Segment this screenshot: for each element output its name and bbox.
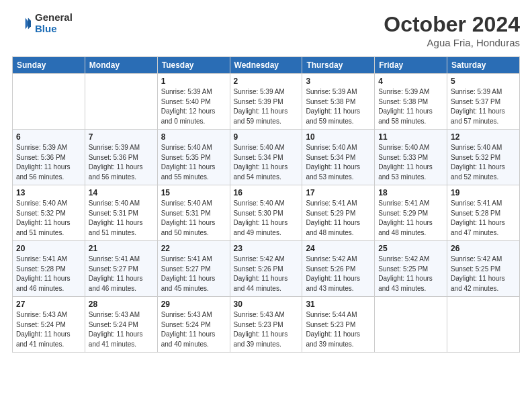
logo-text: General Blue <box>35 12 73 34</box>
calendar-header-row: Sunday Monday Tuesday Wednesday Thursday… <box>13 57 520 74</box>
table-row: 13Sunrise: 5:40 AM Sunset: 5:32 PM Dayli… <box>13 185 85 241</box>
day-info: Sunrise: 5:39 AM Sunset: 5:40 PM Dayligh… <box>161 87 226 126</box>
table-row: 18Sunrise: 5:41 AM Sunset: 5:29 PM Dayli… <box>375 185 447 241</box>
table-row <box>85 74 157 130</box>
col-monday: Monday <box>85 57 157 74</box>
day-number: 24 <box>306 244 371 253</box>
table-row: 21Sunrise: 5:41 AM Sunset: 5:27 PM Dayli… <box>85 241 157 297</box>
day-number: 27 <box>16 300 81 309</box>
day-number: 19 <box>451 188 516 197</box>
day-info: Sunrise: 5:40 AM Sunset: 5:32 PM Dayligh… <box>451 143 516 182</box>
day-number: 8 <box>161 132 226 142</box>
day-info: Sunrise: 5:42 AM Sunset: 5:25 PM Dayligh… <box>378 255 443 293</box>
day-info: Sunrise: 5:40 AM Sunset: 5:35 PM Dayligh… <box>161 143 226 182</box>
table-row: 27Sunrise: 5:43 AM Sunset: 5:24 PM Dayli… <box>13 297 85 353</box>
table-row: 11Sunrise: 5:40 AM Sunset: 5:33 PM Dayli… <box>375 130 447 185</box>
day-info: Sunrise: 5:41 AM Sunset: 5:27 PM Dayligh… <box>161 255 226 293</box>
table-row <box>13 74 85 130</box>
day-number: 14 <box>89 188 154 197</box>
day-number: 17 <box>306 188 371 197</box>
table-row: 15Sunrise: 5:40 AM Sunset: 5:31 PM Dayli… <box>157 185 230 241</box>
day-info: Sunrise: 5:42 AM Sunset: 5:25 PM Dayligh… <box>451 255 516 293</box>
day-info: Sunrise: 5:42 AM Sunset: 5:26 PM Dayligh… <box>306 255 371 293</box>
day-number: 2 <box>234 77 299 86</box>
day-number: 29 <box>161 300 226 309</box>
calendar: Sunday Monday Tuesday Wednesday Thursday… <box>12 56 520 353</box>
table-row: 3Sunrise: 5:39 AM Sunset: 5:38 PM Daylig… <box>302 74 375 130</box>
header: General Blue October 2024 Agua Fria, Hon… <box>12 12 520 48</box>
table-row: 5Sunrise: 5:39 AM Sunset: 5:37 PM Daylig… <box>447 74 520 130</box>
col-thursday: Thursday <box>302 57 375 74</box>
table-row <box>447 297 520 353</box>
title-area: October 2024 Agua Fria, Honduras <box>384 12 520 48</box>
day-info: Sunrise: 5:40 AM Sunset: 5:34 PM Dayligh… <box>234 143 299 182</box>
day-number: 31 <box>306 300 371 309</box>
table-row: 28Sunrise: 5:43 AM Sunset: 5:24 PM Dayli… <box>85 297 157 353</box>
day-info: Sunrise: 5:41 AM Sunset: 5:28 PM Dayligh… <box>451 199 516 238</box>
day-info: Sunrise: 5:43 AM Sunset: 5:24 PM Dayligh… <box>89 310 154 349</box>
table-row: 1Sunrise: 5:39 AM Sunset: 5:40 PM Daylig… <box>157 74 230 130</box>
day-info: Sunrise: 5:41 AM Sunset: 5:29 PM Dayligh… <box>306 199 371 238</box>
day-number: 1 <box>161 77 226 86</box>
logo: General Blue <box>12 12 73 34</box>
calendar-week-row: 13Sunrise: 5:40 AM Sunset: 5:32 PM Dayli… <box>13 185 520 241</box>
table-row: 30Sunrise: 5:43 AM Sunset: 5:23 PM Dayli… <box>230 297 302 353</box>
page: General Blue October 2024 Agua Fria, Hon… <box>0 0 532 411</box>
table-row: 17Sunrise: 5:41 AM Sunset: 5:29 PM Dayli… <box>302 185 375 241</box>
day-number: 3 <box>306 77 371 86</box>
day-number: 12 <box>451 132 516 142</box>
day-number: 23 <box>234 244 299 253</box>
day-number: 15 <box>161 188 226 197</box>
col-friday: Friday <box>375 57 447 74</box>
day-number: 7 <box>89 132 154 142</box>
day-number: 30 <box>234 300 299 309</box>
table-row <box>375 297 447 353</box>
logo-icon <box>12 14 31 33</box>
day-info: Sunrise: 5:39 AM Sunset: 5:38 PM Dayligh… <box>378 87 443 126</box>
day-number: 16 <box>234 188 299 197</box>
day-info: Sunrise: 5:41 AM Sunset: 5:27 PM Dayligh… <box>89 255 154 293</box>
day-info: Sunrise: 5:43 AM Sunset: 5:23 PM Dayligh… <box>234 310 299 349</box>
table-row: 19Sunrise: 5:41 AM Sunset: 5:28 PM Dayli… <box>447 185 520 241</box>
table-row: 26Sunrise: 5:42 AM Sunset: 5:25 PM Dayli… <box>447 241 520 297</box>
table-row: 23Sunrise: 5:42 AM Sunset: 5:26 PM Dayli… <box>230 241 302 297</box>
table-row: 2Sunrise: 5:39 AM Sunset: 5:39 PM Daylig… <box>230 74 302 130</box>
month-title: October 2024 <box>384 12 520 37</box>
day-number: 13 <box>16 188 81 197</box>
day-info: Sunrise: 5:40 AM Sunset: 5:33 PM Dayligh… <box>378 143 443 182</box>
day-number: 4 <box>378 77 443 86</box>
day-info: Sunrise: 5:39 AM Sunset: 5:36 PM Dayligh… <box>89 143 154 182</box>
day-info: Sunrise: 5:44 AM Sunset: 5:23 PM Dayligh… <box>306 310 371 349</box>
day-number: 11 <box>378 132 443 142</box>
table-row: 25Sunrise: 5:42 AM Sunset: 5:25 PM Dayli… <box>375 241 447 297</box>
table-row: 22Sunrise: 5:41 AM Sunset: 5:27 PM Dayli… <box>157 241 230 297</box>
table-row: 10Sunrise: 5:40 AM Sunset: 5:34 PM Dayli… <box>302 130 375 185</box>
table-row: 31Sunrise: 5:44 AM Sunset: 5:23 PM Dayli… <box>302 297 375 353</box>
day-info: Sunrise: 5:40 AM Sunset: 5:31 PM Dayligh… <box>89 199 154 238</box>
calendar-week-row: 1Sunrise: 5:39 AM Sunset: 5:40 PM Daylig… <box>13 74 520 130</box>
day-number: 25 <box>378 244 443 253</box>
day-number: 18 <box>378 188 443 197</box>
table-row: 24Sunrise: 5:42 AM Sunset: 5:26 PM Dayli… <box>302 241 375 297</box>
day-number: 10 <box>306 132 371 142</box>
day-info: Sunrise: 5:39 AM Sunset: 5:37 PM Dayligh… <box>451 87 516 126</box>
table-row: 16Sunrise: 5:40 AM Sunset: 5:30 PM Dayli… <box>230 185 302 241</box>
day-info: Sunrise: 5:41 AM Sunset: 5:29 PM Dayligh… <box>378 199 443 238</box>
day-number: 6 <box>16 132 81 142</box>
table-row: 14Sunrise: 5:40 AM Sunset: 5:31 PM Dayli… <box>85 185 157 241</box>
day-info: Sunrise: 5:39 AM Sunset: 5:36 PM Dayligh… <box>16 143 81 182</box>
table-row: 6Sunrise: 5:39 AM Sunset: 5:36 PM Daylig… <box>13 130 85 185</box>
table-row: 9Sunrise: 5:40 AM Sunset: 5:34 PM Daylig… <box>230 130 302 185</box>
day-number: 21 <box>89 244 154 253</box>
day-info: Sunrise: 5:43 AM Sunset: 5:24 PM Dayligh… <box>161 310 226 349</box>
day-number: 26 <box>451 244 516 253</box>
day-info: Sunrise: 5:40 AM Sunset: 5:31 PM Dayligh… <box>161 199 226 238</box>
calendar-week-row: 27Sunrise: 5:43 AM Sunset: 5:24 PM Dayli… <box>13 297 520 353</box>
day-number: 28 <box>89 300 154 309</box>
day-number: 9 <box>234 132 299 142</box>
day-info: Sunrise: 5:39 AM Sunset: 5:38 PM Dayligh… <box>306 87 371 126</box>
table-row: 8Sunrise: 5:40 AM Sunset: 5:35 PM Daylig… <box>157 130 230 185</box>
day-info: Sunrise: 5:41 AM Sunset: 5:28 PM Dayligh… <box>16 255 81 293</box>
calendar-week-row: 6Sunrise: 5:39 AM Sunset: 5:36 PM Daylig… <box>13 130 520 185</box>
svg-marker-1 <box>28 17 31 29</box>
